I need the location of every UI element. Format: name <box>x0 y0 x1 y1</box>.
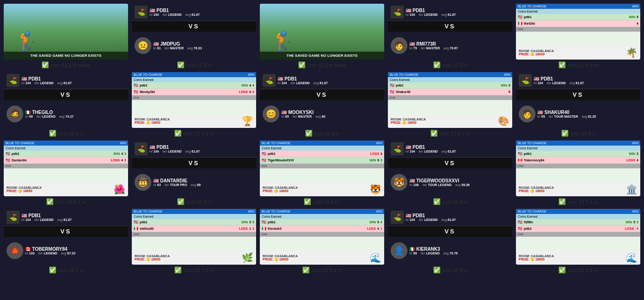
card-label-4: ✅coin 12 5 e <box>433 61 468 68</box>
card-4[interactable]: ⛳ 🇺🇸 PDB1 lvl 104 tier LEGEND avg 61.87 … <box>388 4 512 68</box>
card-label-18: ✅coin 12 9 a w <box>302 267 342 273</box>
check-icon-3: ✅ <box>298 61 305 68</box>
check-icon-1: ✅ <box>41 61 49 68</box>
card-image-1: 🏌️ THE SAVED GAME NO LONGER EXISTS <box>4 4 128 60</box>
check-icon-15: ✅ <box>558 198 566 205</box>
card-image-5: BLUE TO CHARGEWIN Coins Earned 🇺🇸 pdb1 W… <box>516 4 640 60</box>
card-image-9: BLUE TO CHARGEWIN Coins Earned 🇺🇸 pdb1 W… <box>388 72 512 128</box>
check-icon-17: ✅ <box>174 267 182 273</box>
card-image-15: BLUE TO CHARGEWIN Coins Earned 🇺🇸 pdb1 W… <box>516 140 640 196</box>
card-label-5: ✅coin 12 6 a w <box>558 61 598 68</box>
card-label-2: ✅coin 12 5 d <box>177 61 211 68</box>
card-image-13: BLUE TO CHARGEWIN Coins Earned 🇺🇸 pdb1 L… <box>260 140 384 196</box>
check-icon-13: ✅ <box>304 198 311 205</box>
card-label-1: ✅coin 12 5 D failed <box>41 61 90 68</box>
check-icon-6: ✅ <box>49 130 56 137</box>
check-icon-16: ✅ <box>49 267 56 273</box>
card-image-3: 🏌️ THE SAVED GAME NO LONGER EXISTS <box>260 4 384 60</box>
check-icon-9: ✅ <box>430 130 438 137</box>
card-10[interactable]: ⛳ 🇺🇸 PDB1 lvl 104 tier LEGEND avg 61.87 … <box>516 72 640 137</box>
card-2[interactable]: ⛳ 🇺🇸 PDB1 lvl 104 tier LEGEND avg 61.87 … <box>132 4 256 68</box>
card-label-14: ✅coin 12 6 e <box>433 198 468 205</box>
card-15[interactable]: BLUE TO CHARGEWIN Coins Earned 🇺🇸 pdb1 W… <box>516 140 640 205</box>
card-label-9: ✅coin 12 6 c w <box>430 130 469 137</box>
card-label-10: ✅coin 12 6 c <box>561 130 595 137</box>
card-image-18: BLUE TO CHARGEWIN Coins Earned 🇺🇸 pdb1 W… <box>260 209 384 265</box>
card-7[interactable]: BLUE TO CHARGEWIN Coins Earned 🇺🇸 pdb1 W… <box>132 72 256 137</box>
card-image-17: BLUE TO CHARGEWIN Coins Earned 🇺🇸 pdb1 W… <box>132 209 256 265</box>
check-icon-8: ✅ <box>305 130 312 137</box>
card-label-16: ✅coin 12 7 a <box>49 267 83 273</box>
check-icon-18: ✅ <box>302 267 310 273</box>
card-label-3: ✅coin 12 5 e failed <box>298 61 346 68</box>
check-icon-7: ✅ <box>174 130 182 137</box>
card-18[interactable]: BLUE TO CHARGEWIN Coins Earned 🇺🇸 pdb1 W… <box>260 209 384 273</box>
card-label-19: ✅coin 12 9 a <box>433 267 468 273</box>
card-image-8: ⛳ 🇺🇸 PDB1 lvl 104 tier LEGEND avg 61.87 … <box>260 72 384 128</box>
card-image-11: BLUE TO CHARGEWIN Coins Earned 🇺🇸 pdb1 W… <box>4 140 128 196</box>
card-label-20: ✅coin 12 9 b w <box>558 267 598 273</box>
card-3[interactable]: 🏌️ THE SAVED GAME NO LONGER EXISTS ✅coin… <box>260 4 384 68</box>
card-label-8: ✅coin 12 6 b <box>305 130 339 137</box>
check-icon-2: ✅ <box>177 61 184 68</box>
card-label-7: ✅coin 12 6 b w <box>174 130 214 137</box>
card-image-7: BLUE TO CHARGEWIN Coins Earned 🇺🇸 pdb1 W… <box>132 72 256 128</box>
card-8[interactable]: ⛳ 🇺🇸 PDB1 lvl 104 tier LEGEND avg 61.87 … <box>260 72 384 137</box>
card-label-15: ✅coin 12 7 a w <box>558 198 598 205</box>
check-icon-5: ✅ <box>558 61 566 68</box>
check-icon-12: ✅ <box>177 198 184 205</box>
card-6[interactable]: ⛳ 🇺🇸 PDB1 lvl 104 tier LEGEND avg 61.87 … <box>4 72 128 137</box>
card-19[interactable]: ⛳ 🇺🇸 PDB1 lvl 104 tier LEGEND avg 61.87 … <box>388 209 512 273</box>
card-13[interactable]: BLUE TO CHARGEWIN Coins Earned 🇺🇸 pdb1 L… <box>260 140 384 205</box>
card-label-13: ✅coin 12 6 e l <box>304 198 340 205</box>
card-image-20: BLUE TO CHARGEWIN Coins Earned 🇺🇸 52Mln … <box>516 209 640 265</box>
card-image-14: ⛳ 🇺🇸 PDB1 lvl 104 tier LEGEND avg 61.87 … <box>388 140 512 196</box>
check-icon-10: ✅ <box>561 130 569 137</box>
main-grid: 🏌️ THE SAVED GAME NO LONGER EXISTS ✅coin… <box>0 0 644 277</box>
check-icon-20: ✅ <box>558 267 566 273</box>
card-image-4: ⛳ 🇺🇸 PDB1 lvl 104 tier LEGEND avg 61.87 … <box>388 4 512 60</box>
card-label-11: ✅coin 12 6 d w <box>46 198 86 205</box>
card-image-16: ⛳ 🇺🇸 PDB1 lvl 104 tier LEGEND avg 61.87 … <box>4 209 128 265</box>
card-20[interactable]: BLUE TO CHARGEWIN Coins Earned 🇺🇸 52Mln … <box>516 209 640 273</box>
card-label-12: ✅coin 12 6 d <box>177 198 211 205</box>
check-icon-4: ✅ <box>433 61 441 68</box>
card-label-17: ✅coin 12 7 b w <box>174 267 214 273</box>
card-image-6: ⛳ 🇺🇸 PDB1 lvl 104 tier LEGEND avg 61.87 … <box>4 72 128 128</box>
card-image-10: ⛳ 🇺🇸 PDB1 lvl 104 tier LEGEND avg 61.87 … <box>516 72 640 128</box>
card-1[interactable]: 🏌️ THE SAVED GAME NO LONGER EXISTS ✅coin… <box>4 4 128 68</box>
card-9[interactable]: BLUE TO CHARGEWIN Coins Earned 🇺🇸 pdb1 W… <box>388 72 512 137</box>
card-14[interactable]: ⛳ 🇺🇸 PDB1 lvl 104 tier LEGEND avg 61.87 … <box>388 140 512 205</box>
card-image-2: ⛳ 🇺🇸 PDB1 lvl 104 tier LEGEND avg 61.87 … <box>132 4 256 60</box>
card-label-6: ✅coin 12 6 a <box>49 130 83 137</box>
card-12[interactable]: ⛳ 🇺🇸 PDB1 lvl 104 tier LEGEND avg 61.87 … <box>132 140 256 205</box>
card-image-19: ⛳ 🇺🇸 PDB1 lvl 104 tier LEGEND avg 61.87 … <box>388 209 512 265</box>
check-icon-19: ✅ <box>433 267 441 273</box>
check-icon-14: ✅ <box>433 198 441 205</box>
card-5[interactable]: BLUE TO CHARGEWIN Coins Earned 🇺🇸 pdb1 W… <box>516 4 640 68</box>
check-icon-11: ✅ <box>46 198 54 205</box>
card-17[interactable]: BLUE TO CHARGEWIN Coins Earned 🇺🇸 pdb1 W… <box>132 209 256 273</box>
card-11[interactable]: BLUE TO CHARGEWIN Coins Earned 🇺🇸 pdb1 W… <box>4 140 128 205</box>
card-16[interactable]: ⛳ 🇺🇸 PDB1 lvl 104 tier LEGEND avg 61.87 … <box>4 209 128 273</box>
card-image-12: ⛳ 🇺🇸 PDB1 lvl 104 tier LEGEND avg 61.87 … <box>132 140 256 196</box>
